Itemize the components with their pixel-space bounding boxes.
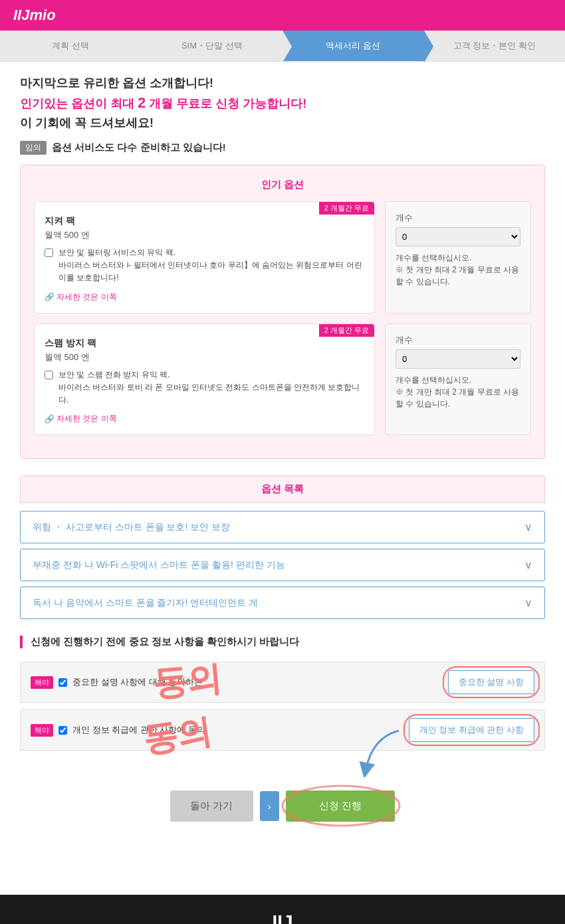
accordion-label-3: 독서 나 음악에서 스마트 폰을 즐기자! 엔터테인먼트 게: [33, 597, 258, 609]
accordion-label-2: 부재중 전화 나 Wi-Fi 스팟에서 스마트 폰을 활용! 편리한 기능: [33, 559, 285, 571]
consent-left-1: 해야 중요한 설명 사항에 대해 동의하는: [31, 676, 203, 689]
section-label: 임의 옵션 서비스도 다수 준비하고 있습니다!: [20, 141, 545, 155]
consent-row-1: 해야 중요한 설명 사항에 대해 동의하는 중요한 설명 사항: [20, 662, 545, 703]
required-badge-2: 해야: [31, 724, 53, 737]
accordion-item-3[interactable]: 독서 나 음악에서 스마트 폰을 즐기자! 엔터테인먼트 게 ∨: [20, 587, 545, 619]
chevron-icon-1: ∨: [524, 521, 532, 533]
select-qty-1[interactable]: 0 1 2 3: [396, 227, 520, 246]
action-row: 돌아 가기 › 신청 진행: [20, 790, 545, 822]
popular-title: 인기 옵션: [34, 179, 531, 191]
breadcrumb-steps: 계획 선택 SIM・단말 선택 액세서리 옵션 고객 정보・본인 확인: [0, 31, 565, 62]
consent-text-2: 개인 정보 취급에 관한 사항에 동의: [72, 724, 205, 736]
footer-logo: IIJ: [17, 911, 548, 924]
option-desc-1: 보안 및 필터링 서비스의 유익 팩.바이러스 버스터와 i- 필터에서 인터넷…: [58, 246, 364, 285]
option-select-1: 개수 0 1 2 3 개수를 선택하십시오.※ 첫 개만 최대 2 개월 무료로…: [385, 201, 531, 314]
chevron-icon-3: ∨: [524, 597, 532, 609]
chevron-icon-2: ∨: [524, 559, 532, 571]
option-list-section: 옵션 목록 위험 ・ 사고로부터 스마트 폰을 보호! 보안 보장 ∨ 부재중 …: [20, 476, 545, 619]
option-row-1: 2 개월간 무료 지켜 팩 월액 500 엔 보안 및 필터링 서비스의 유익 …: [34, 201, 531, 314]
back-button[interactable]: 돌아 가기: [170, 790, 253, 822]
consent-text-1: 중요한 설명 사항에 대해 동의하는: [72, 676, 203, 688]
intro-line3: 이 기회에 꼭 드셔보세요!: [20, 115, 545, 131]
intro-line1: 마지막으로 유리한 옵션 소개합니다!: [20, 75, 545, 91]
consent-btn-2[interactable]: 개인 정보 취급에 관한 사항: [409, 718, 534, 742]
option-checkbox-row-1: 보안 및 필터링 서비스의 유익 팩.바이러스 버스터와 i- 필터에서 인터넷…: [45, 246, 364, 285]
consent-checkbox-2[interactable]: [58, 726, 67, 735]
select-note-1: 개수를 선택하십시오.※ 첫 개만 최대 2 개월 무료로 사용할 수 있습니다…: [396, 252, 520, 288]
step-2: SIM・단말 선택: [142, 31, 283, 61]
logo: IIJmio: [13, 7, 56, 24]
important-section: 신청에 진행하기 전에 중요 정보 사항을 확인하시기 바랍니다: [20, 636, 545, 648]
free-badge-2: 2 개월간 무료: [319, 324, 374, 337]
option-desc-2: 보안 및 스팸 전화 방지 유익 팩.바이러스 버스터와 토비 라 폰 모바일 …: [58, 369, 364, 407]
footer: IIJ Internet Initiative Japan © Internet…: [0, 895, 565, 924]
option-checkbox-1[interactable]: [45, 248, 53, 257]
step-3: 액세서리 옵션: [282, 31, 424, 61]
consent-block-2: 해야 개인 정보 취급에 관한 사항에 동의 개인 정보 취급에 관한 사항 동…: [20, 709, 545, 751]
important-title: 신청에 진행하기 전에 중요 정보 사항을 확인하시기 바랍니다: [31, 636, 545, 648]
option-checkbox-row-2: 보안 및 스팸 전화 방지 유익 팩.바이러스 버스터와 토비 라 폰 모바일 …: [45, 369, 364, 407]
step-4: 고객 정보・본인 확인: [424, 31, 566, 61]
step-1: 계획 선택: [0, 31, 142, 61]
consent-block-1: 해야 중요한 설명 사항에 대해 동의하는 중요한 설명 사항 동의: [20, 662, 545, 703]
main-content: 마지막으로 유리한 옵션 소개합니다! 인기있는 옵션이 최대 2 개월 무료로…: [0, 62, 565, 875]
section-label-text: 옵션 서비스도 다수 준비하고 있습니다!: [52, 141, 226, 154]
free-badge-1: 2 개월간 무료: [319, 202, 374, 215]
detail-link-1[interactable]: 🔗자세한 것은 이쪽: [45, 292, 117, 303]
header: IIJmio: [0, 0, 565, 31]
option-list-title: 옵션 목록: [20, 476, 545, 503]
intro-line2: 인기있는 옵션이 최대 2 개월 무료로 신청 가능합니다!: [20, 94, 545, 112]
option-card-2: 2 개월간 무료 스팸 방지 팩 월액 500 엔 보안 및 스팸 전화 방지 …: [34, 323, 375, 436]
consent-checkbox-1[interactable]: [58, 678, 67, 687]
submit-wrapper: 신청 진행: [286, 790, 395, 822]
select-label-2: 개수: [396, 334, 520, 346]
select-label-1: 개수: [396, 212, 520, 224]
option-select-2: 개수 0 1 2 3 개수를 선택하십시오.※ 첫 개만 최대 2 개월 무료로…: [385, 323, 531, 436]
accordion-label-1: 위험 ・ 사고로부터 스마트 폰을 보호! 보안 보장: [33, 521, 230, 533]
option-checkbox-2[interactable]: [45, 371, 53, 379]
consent-container: 해야 중요한 설명 사항에 대해 동의하는 중요한 설명 사항 동의 해야 개인…: [20, 662, 545, 751]
arrow-button[interactable]: ›: [260, 791, 279, 821]
section-tag: 임의: [20, 141, 47, 155]
option-name-2: 스팸 방지 팩: [45, 337, 364, 349]
accordion-item-2[interactable]: 부재중 전화 나 Wi-Fi 스팟에서 스마트 폰을 활용! 편리한 기능 ∨: [20, 549, 545, 581]
select-note-2: 개수를 선택하십시오.※ 첫 개만 최대 2 개월 무료로 사용할 수 있습니다…: [396, 374, 520, 410]
consent-row-2: 해야 개인 정보 취급에 관한 사항에 동의 개인 정보 취급에 관한 사항: [20, 709, 545, 751]
option-price-1: 월액 500 엔: [45, 229, 364, 241]
option-row-2: 2 개월간 무료 스팸 방지 팩 월액 500 엔 보안 및 스팸 전화 방지 …: [34, 323, 531, 436]
option-card-1: 2 개월간 무료 지켜 팩 월액 500 엔 보안 및 필터링 서비스의 유익 …: [34, 201, 375, 314]
consent-btn-wrapper-1: 중요한 설명 사항: [448, 670, 534, 694]
select-qty-2[interactable]: 0 1 2 3: [396, 349, 520, 369]
detail-link-2[interactable]: 🔗자세한 것은 이쪽: [45, 413, 117, 424]
required-badge-1: 해야: [31, 676, 53, 689]
popular-options-box: 인기 옵션 2 개월간 무료 지켜 팩 월액 500 엔 보안 및 필터링 서비…: [20, 165, 545, 459]
option-price-2: 월액 500 엔: [45, 351, 364, 363]
consent-left-2: 해야 개인 정보 취급에 관한 사항에 동의: [31, 724, 205, 737]
intro-section: 마지막으로 유리한 옵션 소개합니다! 인기있는 옵션이 최대 2 개월 무료로…: [20, 75, 545, 131]
submit-button[interactable]: 신청 진행: [286, 790, 395, 822]
consent-btn-1[interactable]: 중요한 설명 사항: [448, 670, 534, 694]
accordion-item-1[interactable]: 위험 ・ 사고로부터 스마트 폰을 보호! 보안 보장 ∨: [20, 511, 545, 543]
consent-btn-wrapper-2: 개인 정보 취급에 관한 사항: [409, 718, 534, 742]
option-name-1: 지켜 팩: [45, 215, 364, 227]
